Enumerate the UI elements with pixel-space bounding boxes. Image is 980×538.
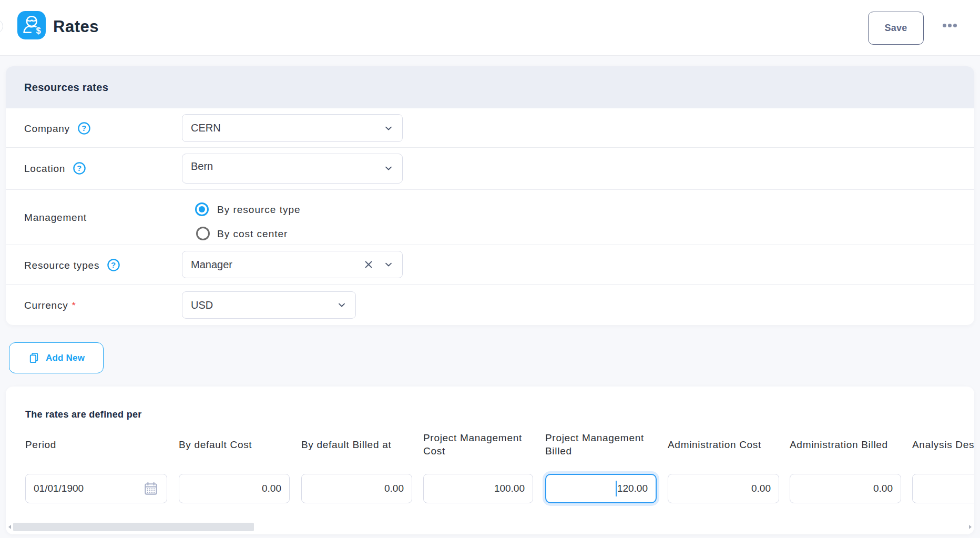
svg-text:?: ? [111,260,116,269]
svg-text:$: $ [36,26,41,35]
svg-text:?: ? [81,124,87,133]
svg-text:?: ? [77,164,82,172]
